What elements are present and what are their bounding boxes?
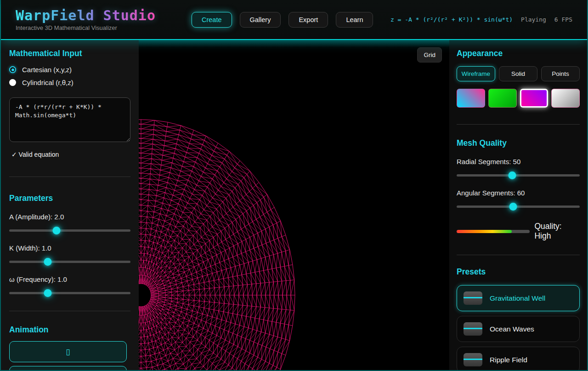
divider: [457, 255, 580, 255]
width-slider-label: K (Width): 1.0: [9, 244, 130, 252]
frequency-slider-track[interactable]: [9, 292, 130, 294]
animation-title: Animation: [9, 325, 130, 335]
math-input-title: Mathematical Input: [9, 49, 130, 58]
color-swatch-group: [457, 89, 580, 108]
main-area: Mathematical Input Cartesian (x,y,z) Cyl…: [1, 40, 587, 370]
frequency-slider-thumb[interactable]: [44, 289, 52, 297]
preset-thumbnail-icon: [464, 291, 482, 305]
radio-cartesian-dot[interactable]: [9, 66, 16, 73]
swatch-green[interactable]: [488, 89, 517, 108]
viewport-3d[interactable]: Grid: [139, 40, 449, 370]
nav-export-button[interactable]: Export: [288, 12, 328, 28]
grid-toggle-button[interactable]: Grid: [417, 47, 442, 63]
frequency-slider-label: ω (Frequency): 1.0: [9, 275, 130, 283]
fps-counter: 6 FPS: [554, 16, 572, 23]
animation-reset-button[interactable]: ▯: [9, 366, 127, 370]
radio-cylindrical-dot[interactable]: [9, 79, 16, 86]
preset-ripple-field[interactable]: Ripple Field: [457, 347, 580, 370]
angular-segments-slider[interactable]: [457, 203, 580, 211]
quality-label: Quality: High: [534, 222, 580, 241]
wireframe-mesh: [139, 40, 449, 370]
presets-title: Presets: [457, 267, 580, 277]
nav-learn-button[interactable]: Learn: [336, 12, 373, 28]
angular-segments-track[interactable]: [457, 205, 580, 208]
appearance-title: Appearance: [457, 49, 580, 58]
playback-status: Playing: [521, 16, 546, 23]
radio-cartesian[interactable]: Cartesian (x,y,z): [9, 66, 130, 74]
angular-segments-label: Angular Segments: 60: [457, 189, 580, 197]
radial-segments-thumb[interactable]: [508, 171, 516, 179]
mesh-quality-title: Mesh Quality: [457, 138, 580, 148]
radial-segments-track[interactable]: [457, 174, 580, 177]
logo-block: WarpField Studio Interactive 3D Mathemat…: [16, 8, 156, 31]
radio-cylindrical[interactable]: Cylindrical (r,θ,z): [9, 79, 130, 86]
preset-label: Gravitational Well: [490, 294, 545, 303]
amplitude-slider-track[interactable]: [9, 229, 130, 232]
equation-input[interactable]: -A * (r*r/(r*r + K*K)) * Math.sin(omega*…: [9, 97, 130, 142]
app-window: WarpField Studio Interactive 3D Mathemat…: [0, 0, 588, 371]
app-subtitle: Interactive 3D Mathematical Visualizer: [16, 24, 156, 31]
pause-icon: ▯: [66, 347, 70, 356]
swatch-silver[interactable]: [551, 89, 580, 108]
divider: [9, 311, 130, 311]
mode-wireframe-button[interactable]: Wireframe: [457, 66, 495, 81]
parameters-title: Parameters: [9, 194, 130, 203]
current-equation-readout: z = -A * (r²/(r² + K²)) * sin(ω*t): [390, 16, 513, 23]
quality-indicator: Quality: High: [457, 222, 580, 241]
width-slider-thumb[interactable]: [44, 258, 52, 266]
header: WarpField Studio Interactive 3D Mathemat…: [1, 0, 587, 40]
angular-segments-thumb[interactable]: [509, 203, 517, 211]
nav-create-button[interactable]: Create: [192, 12, 232, 28]
mode-solid-button[interactable]: Solid: [499, 66, 537, 81]
amplitude-slider-thumb[interactable]: [52, 227, 60, 234]
divider: [457, 124, 580, 125]
left-sidebar: Mathematical Input Cartesian (x,y,z) Cyl…: [1, 40, 139, 370]
nav-gallery-button[interactable]: Gallery: [240, 12, 281, 28]
preset-gravitational-well[interactable]: Gravitational Well: [457, 285, 580, 311]
validation-message: ✓ Valid equation: [9, 151, 130, 158]
swatch-cyan-pink[interactable]: [457, 89, 485, 108]
divider: [9, 177, 130, 177]
quality-bar-fill: [457, 230, 512, 233]
amplitude-slider-label: A (Amplitude): 2.0: [9, 213, 130, 221]
radial-segments-label: Radial Segments: 50: [457, 158, 580, 166]
preset-thumbnail-icon: [464, 322, 482, 336]
radio-cartesian-label: Cartesian (x,y,z): [22, 66, 72, 74]
amplitude-slider[interactable]: [9, 227, 130, 234]
app-logo: WarpField Studio: [16, 8, 156, 23]
animation-pause-button[interactable]: ▯: [9, 341, 127, 362]
right-sidebar: Appearance Wireframe Solid Points Mesh Q…: [449, 40, 587, 370]
render-mode-group: Wireframe Solid Points: [457, 66, 580, 81]
radial-segments-slider[interactable]: [457, 171, 580, 179]
main-nav: Create Gallery Export Learn: [192, 12, 373, 28]
header-status-group: z = -A * (r²/(r² + K²)) * sin(ω*t) Playi…: [390, 16, 572, 23]
preset-ocean-waves[interactable]: Ocean Waves: [457, 316, 580, 342]
swatch-magenta-purple[interactable]: [520, 89, 548, 108]
mode-points-button[interactable]: Points: [541, 66, 580, 81]
preset-label: Ripple Field: [490, 356, 527, 364]
quality-bar-track: [457, 230, 530, 233]
width-slider[interactable]: [9, 258, 130, 266]
preset-label: Ocean Waves: [490, 325, 534, 333]
width-slider-track[interactable]: [9, 261, 130, 263]
radio-cylindrical-label: Cylindrical (r,θ,z): [22, 79, 74, 86]
frequency-slider[interactable]: [9, 289, 130, 297]
preset-thumbnail-icon: [464, 353, 482, 366]
